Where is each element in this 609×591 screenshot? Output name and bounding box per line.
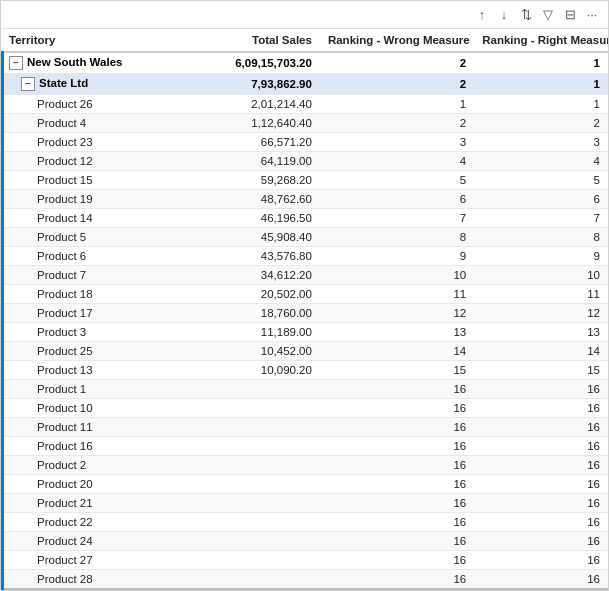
col-rank-wrong[interactable]: Ranking - Wrong Measure (320, 29, 474, 52)
cell-total-sales: 66,571.20 (176, 133, 320, 152)
cell-total-sales: 18,760.00 (176, 304, 320, 323)
export-icon[interactable]: ⊟ (562, 7, 578, 23)
table-row: −State Ltd7,93,862.9021 (1, 74, 608, 95)
cell-rank-right: 16 (474, 532, 608, 551)
cell-territory: Product 22 (1, 513, 176, 532)
sort-both-icon[interactable]: ⇅ (518, 7, 534, 23)
cell-total-sales (176, 456, 320, 475)
cell-rank-wrong: 16 (320, 437, 474, 456)
filter-icon[interactable]: ▽ (540, 7, 556, 23)
cell-total-sales: 2,01,214.40 (176, 95, 320, 114)
cell-total-sales: 45,908.40 (176, 228, 320, 247)
table-row: Product 1559,268.2055 (1, 171, 608, 190)
table-container: ↑ ↓ ⇅ ▽ ⊟ ··· Territory Total Sales Ran (0, 0, 609, 591)
table-wrapper: Territory Total Sales Ranking - Wrong Me… (1, 29, 608, 590)
cell-total-sales: 10,090.20 (176, 361, 320, 380)
cell-territory: Product 2 (1, 456, 176, 475)
sort-desc-icon[interactable]: ↓ (496, 7, 512, 23)
cell-rank-wrong: 16 (320, 532, 474, 551)
blue-bar (1, 29, 4, 590)
cell-total-sales: 59,268.20 (176, 171, 320, 190)
cell-territory: Product 27 (1, 551, 176, 570)
table-row: Product 1310,090.201515 (1, 361, 608, 380)
cell-territory: Product 21 (1, 494, 176, 513)
table-row: Product 1948,762.6066 (1, 190, 608, 209)
total-row: Total20,59,97,429.50 (1, 589, 608, 590)
expand-icon[interactable]: − (21, 77, 35, 91)
cell-rank-right: 16 (474, 456, 608, 475)
cell-territory: Product 13 (1, 361, 176, 380)
cell-rank-right: 1 (474, 95, 608, 114)
data-table: Territory Total Sales Ranking - Wrong Me… (1, 29, 608, 590)
toolbar: ↑ ↓ ⇅ ▽ ⊟ ··· (1, 1, 608, 29)
table-row: Product 101616 (1, 399, 608, 418)
cell-territory: Product 18 (1, 285, 176, 304)
cell-rank-wrong: 2 (320, 74, 474, 95)
cell-territory: Product 4 (1, 114, 176, 133)
cell-rank-wrong: 11 (320, 285, 474, 304)
cell-territory: Product 15 (1, 171, 176, 190)
cell-territory: Product 20 (1, 475, 176, 494)
cell-rank-right: 10 (474, 266, 608, 285)
table-row: Product 2366,571.2033 (1, 133, 608, 152)
col-total-sales[interactable]: Total Sales (176, 29, 320, 52)
cell-rank-wrong: 16 (320, 551, 474, 570)
cell-rank-wrong: 16 (320, 475, 474, 494)
cell-total-sales (176, 399, 320, 418)
cell-rank-right: 16 (474, 570, 608, 590)
cell-total-sales: 6,09,15,703.20 (176, 52, 320, 74)
table-row: −New South Wales6,09,15,703.2021 (1, 52, 608, 74)
cell-rank-wrong: 13 (320, 323, 474, 342)
cell-territory: −New South Wales (1, 52, 176, 74)
cell-rank-right: 16 (474, 475, 608, 494)
cell-rank-right: 5 (474, 171, 608, 190)
cell-total-sales (176, 494, 320, 513)
cell-total-sales: 7,93,862.90 (176, 74, 320, 95)
cell-total-sales (176, 380, 320, 399)
col-rank-right[interactable]: Ranking - Right Measure (474, 29, 608, 52)
cell-territory: Product 14 (1, 209, 176, 228)
cell-total-sales: 46,196.50 (176, 209, 320, 228)
cell-rank-right: 16 (474, 399, 608, 418)
cell-territory: Product 16 (1, 437, 176, 456)
cell-total-sales: 64,119.00 (176, 152, 320, 171)
table-row: Product 734,612.201010 (1, 266, 608, 285)
cell-territory: Product 17 (1, 304, 176, 323)
cell-total-sales (176, 532, 320, 551)
cell-total-sales: 11,189.00 (176, 323, 320, 342)
table-row: Product 271616 (1, 551, 608, 570)
table-row: Product 201616 (1, 475, 608, 494)
table-row: Product 1820,502.001111 (1, 285, 608, 304)
cell-rank-wrong: 2 (320, 114, 474, 133)
cell-grand-total-sales: 20,59,97,429.50 (176, 589, 320, 590)
cell-territory: −State Ltd (1, 74, 176, 95)
cell-rank-wrong: 8 (320, 228, 474, 247)
cell-territory: Product 7 (1, 266, 176, 285)
expand-icon[interactable]: − (9, 56, 23, 70)
table-row: Product 545,908.4088 (1, 228, 608, 247)
table-row: Product 21616 (1, 456, 608, 475)
cell-rank-wrong: 16 (320, 513, 474, 532)
col-territory[interactable]: Territory (1, 29, 176, 52)
cell-total-sales (176, 437, 320, 456)
cell-rank-right: 7 (474, 209, 608, 228)
table-row: Product 2510,452.001414 (1, 342, 608, 361)
cell-rank-wrong: 5 (320, 171, 474, 190)
sort-asc-icon[interactable]: ↑ (474, 7, 490, 23)
more-icon[interactable]: ··· (584, 7, 600, 23)
cell-total-sales (176, 570, 320, 590)
table-row: Product 1718,760.001212 (1, 304, 608, 323)
cell-total-sales: 43,576.80 (176, 247, 320, 266)
cell-rank-wrong: 9 (320, 247, 474, 266)
scroll-area[interactable]: Territory Total Sales Ranking - Wrong Me… (1, 29, 608, 590)
cell-territory: Product 25 (1, 342, 176, 361)
cell-rank-wrong: 4 (320, 152, 474, 171)
table-row: Product 262,01,214.4011 (1, 95, 608, 114)
cell-rank-right: 1 (474, 74, 608, 95)
cell-rank-wrong: 1 (320, 95, 474, 114)
cell-rank-right: 16 (474, 513, 608, 532)
cell-rank-right: 3 (474, 133, 608, 152)
table-row: Product 311,189.001313 (1, 323, 608, 342)
cell-total-sales (176, 551, 320, 570)
cell-rank-wrong: 16 (320, 494, 474, 513)
